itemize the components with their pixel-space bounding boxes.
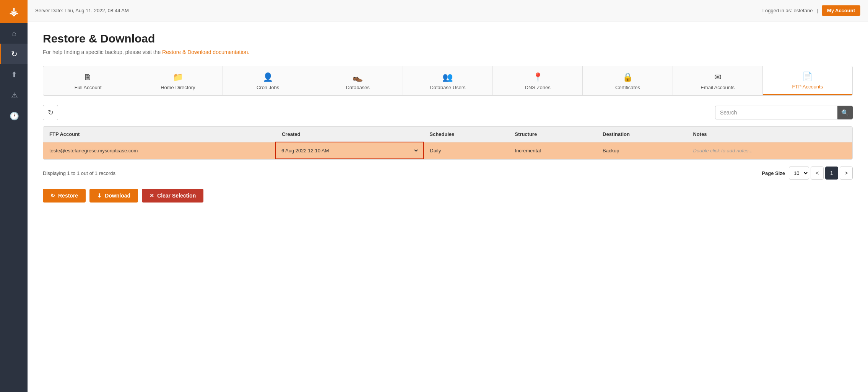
database-users-icon: 👥 (442, 72, 453, 82)
sidebar-item-clock[interactable]: 🕐 (0, 106, 28, 126)
footer-row: Displaying 1 to 1 out of 1 records Page … (43, 167, 853, 180)
topbar: Server Date: Thu, Aug 11, 2022, 08:44 AM… (28, 0, 868, 21)
search-area: 🔍 (715, 106, 853, 119)
my-account-button[interactable]: My Account (822, 5, 860, 16)
databases-icon: 👞 (353, 72, 363, 82)
content-area: Restore & Download For help finding a sp… (28, 21, 868, 392)
restore-icon: ↻ (11, 49, 18, 59)
refresh-icon: ↻ (48, 108, 54, 117)
restore-label: Restore (58, 193, 78, 199)
page-title: Restore & Download (43, 32, 853, 45)
refresh-button[interactable]: ↻ (43, 105, 58, 120)
tab-database-users-label: Database Users (430, 85, 465, 90)
restore-icon: ↻ (50, 193, 55, 199)
sidebar-item-home[interactable]: ⌂ (0, 23, 28, 44)
page-1-button[interactable]: 1 (825, 167, 838, 180)
clear-icon: ✕ (150, 193, 154, 199)
table-wrapper: FTP Account Created Schedules Structure … (43, 126, 853, 160)
records-info: Displaying 1 to 1 out of 1 records (43, 170, 115, 176)
sidebar-item-restore[interactable]: ↻ (0, 44, 28, 64)
ftp-accounts-icon: 📄 (802, 72, 813, 82)
tab-ftp-accounts[interactable]: 📄 FTP Accounts (763, 66, 852, 95)
chevron-left-icon: < (816, 170, 819, 176)
logged-in-text: Logged in as: estefane (762, 8, 813, 13)
email-accounts-icon: ✉ (714, 72, 721, 82)
tab-databases-label: Databases (346, 85, 370, 90)
full-account-icon: 🗎 (84, 72, 92, 82)
search-button[interactable]: 🔍 (837, 106, 853, 119)
restore-button[interactable]: ↻ Restore (43, 189, 86, 203)
tab-ftp-accounts-label: FTP Accounts (792, 84, 823, 90)
download-button[interactable]: ⬇ Download (89, 189, 138, 203)
cell-structure: Incremental (509, 142, 597, 159)
subtitle-link[interactable]: Restore & Download documentation. (162, 49, 249, 55)
page-subtitle: For help finding a specific backup, plea… (43, 49, 853, 55)
tab-cron-jobs-label: Cron Jobs (257, 85, 279, 90)
download-label: Download (105, 193, 130, 199)
search-icon: 🔍 (841, 109, 849, 116)
col-structure: Structure (509, 127, 597, 142)
tab-email-accounts-label: Email Accounts (701, 85, 735, 90)
cron-jobs-icon: 👤 (263, 72, 273, 82)
certificates-icon: 🔒 (623, 72, 633, 82)
col-created: Created (276, 127, 423, 142)
cell-created[interactable]: 6 Aug 2022 12:10 AM (276, 142, 423, 159)
cell-destination: Backup (597, 142, 687, 159)
col-notes: Notes (687, 127, 852, 142)
warning-icon: ⚠ (11, 91, 18, 100)
tab-certificates-label: Certificates (615, 85, 640, 90)
tab-full-account-label: Full Account (75, 85, 102, 90)
cell-schedules: Daily (423, 142, 509, 159)
download-icon: ⬇ (97, 193, 102, 199)
tab-full-account[interactable]: 🗎 Full Account (43, 66, 133, 95)
subtitle-pre: For help finding a specific backup, plea… (43, 49, 162, 55)
home-icon: ⌂ (12, 29, 16, 38)
dns-zones-icon: 📍 (533, 72, 543, 82)
toolbar-row: ↻ 🔍 (43, 105, 853, 120)
cell-notes[interactable]: Double click to add notes... (687, 142, 852, 159)
page-size-select[interactable]: 10 25 50 (789, 167, 809, 180)
search-input[interactable] (715, 106, 837, 119)
page-size-label: Page Size (762, 170, 785, 176)
tab-dns-zones-label: DNS Zones (525, 85, 551, 90)
cell-ftp-account: teste@estefanegrese.myscriptcase.com (43, 142, 276, 159)
tab-certificates[interactable]: 🔒 Certificates (583, 66, 673, 95)
sidebar-logo[interactable]: ⚶ (0, 0, 28, 23)
col-ftp-account: FTP Account (43, 127, 276, 142)
clear-selection-label: Clear Selection (157, 193, 196, 199)
next-page-button[interactable]: > (840, 167, 853, 180)
clock-icon: 🕐 (10, 111, 19, 121)
home-directory-icon: 📁 (173, 72, 183, 82)
tab-cron-jobs[interactable]: 👤 Cron Jobs (223, 66, 313, 95)
created-select[interactable]: 6 Aug 2022 12:10 AM (280, 147, 419, 154)
pagination: Page Size 10 25 50 < 1 > (762, 167, 853, 180)
tab-dns-zones[interactable]: 📍 DNS Zones (493, 66, 583, 95)
main-area: Server Date: Thu, Aug 11, 2022, 08:44 AM… (28, 0, 868, 392)
col-schedules: Schedules (423, 127, 509, 142)
tab-home-directory-label: Home Directory (161, 85, 195, 90)
table-header-row: FTP Account Created Schedules Structure … (43, 127, 852, 142)
separator: | (816, 8, 818, 13)
sidebar-item-warning[interactable]: ⚠ (0, 85, 28, 106)
clear-selection-button[interactable]: ✕ Clear Selection (142, 189, 203, 203)
server-date: Server Date: Thu, Aug 11, 2022, 08:44 AM (35, 8, 762, 13)
sidebar: ⚶ ⌂ ↻ ⬆ ⚠ 🕐 (0, 0, 28, 392)
sidebar-item-upload[interactable]: ⬆ (0, 64, 28, 85)
topbar-right: Logged in as: estefane | My Account (762, 5, 860, 16)
prev-page-button[interactable]: < (811, 167, 824, 180)
tabs-container: 🗎 Full Account 📁 Home Directory 👤 Cron J… (43, 66, 853, 96)
table-row: teste@estefanegrese.myscriptcase.com 6 A… (43, 142, 852, 159)
col-destination: Destination (597, 127, 687, 142)
backup-table: FTP Account Created Schedules Structure … (43, 127, 852, 159)
tab-email-accounts[interactable]: ✉ Email Accounts (673, 66, 763, 95)
tab-database-users[interactable]: 👥 Database Users (403, 66, 493, 95)
tab-databases[interactable]: 👞 Databases (313, 66, 403, 95)
action-buttons: ↻ Restore ⬇ Download ✕ Clear Selection (43, 189, 853, 203)
tab-home-directory[interactable]: 📁 Home Directory (133, 66, 223, 95)
upload-icon: ⬆ (11, 70, 18, 79)
chevron-right-icon: > (845, 170, 848, 176)
